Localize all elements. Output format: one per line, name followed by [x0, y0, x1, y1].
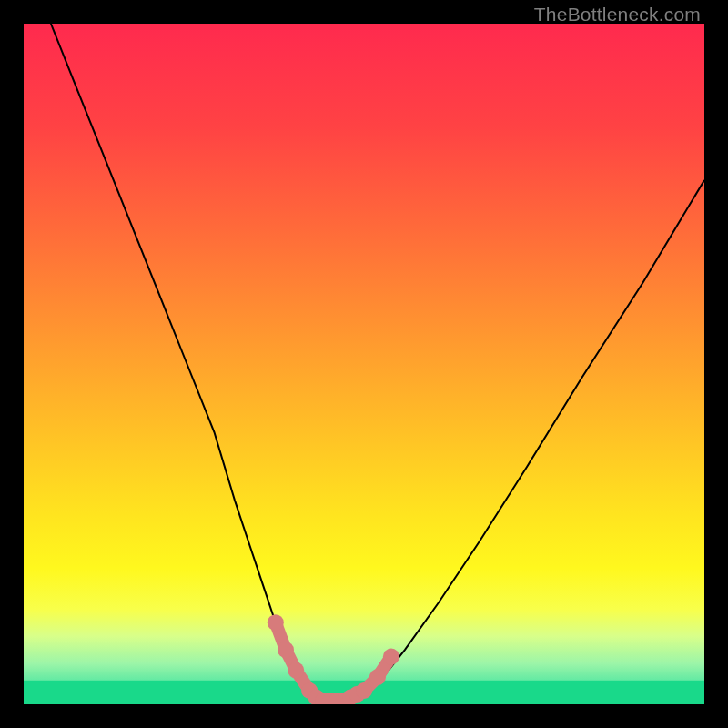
watermark-text: TheBottleneck.com: [534, 4, 701, 25]
svg-point-12: [369, 669, 386, 685]
svg-point-11: [356, 682, 372, 699]
svg-point-2: [288, 662, 304, 679]
svg-point-0: [268, 614, 284, 631]
svg-point-13: [383, 649, 399, 665]
gradient-background: [24, 24, 704, 704]
chart-frame: [24, 24, 704, 704]
bottleneck-chart: [24, 24, 704, 704]
svg-point-1: [278, 642, 294, 658]
